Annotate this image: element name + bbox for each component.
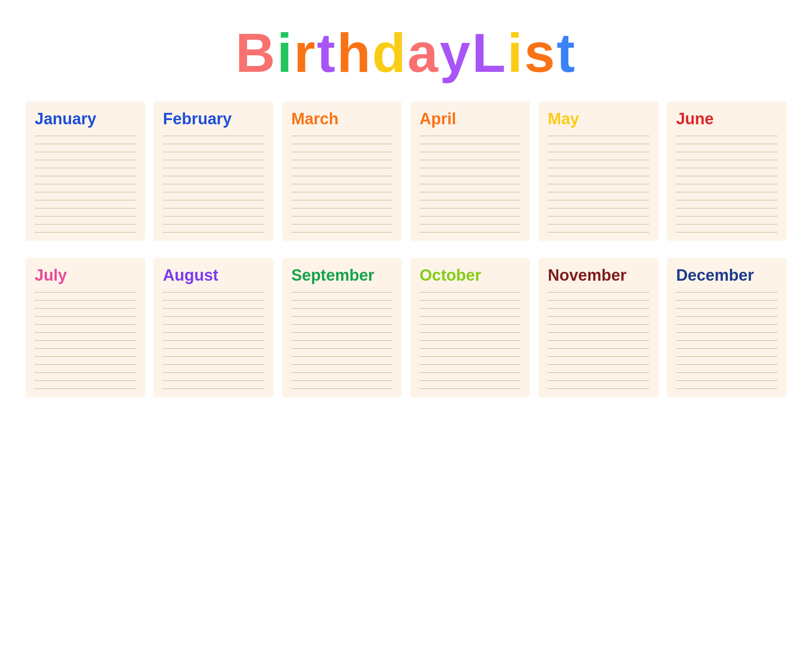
line <box>676 176 777 176</box>
line <box>163 364 264 365</box>
line <box>420 348 521 349</box>
line <box>548 388 649 389</box>
line <box>676 348 777 349</box>
month-name: August <box>163 266 264 284</box>
line <box>291 152 392 152</box>
line <box>35 152 136 152</box>
line <box>35 168 136 168</box>
line <box>420 144 521 144</box>
line <box>420 200 521 200</box>
line <box>163 160 264 160</box>
line <box>548 200 649 200</box>
month-card-january: January <box>25 101 145 241</box>
line <box>420 316 521 317</box>
line <box>548 168 649 168</box>
line <box>35 308 136 309</box>
line <box>291 372 392 373</box>
month-card-june: June <box>667 101 787 241</box>
line <box>35 192 136 192</box>
line <box>163 232 264 232</box>
line <box>291 184 392 184</box>
line <box>548 216 649 216</box>
line <box>420 160 521 160</box>
lines-container <box>163 292 264 389</box>
month-card-december: December <box>667 258 787 397</box>
line <box>420 224 521 224</box>
line <box>163 192 264 192</box>
line <box>291 176 392 176</box>
line <box>35 316 136 317</box>
line <box>35 176 136 176</box>
month-name: April <box>420 110 521 128</box>
line <box>420 300 521 301</box>
line <box>163 216 264 216</box>
line <box>163 176 264 176</box>
line <box>163 324 264 325</box>
line <box>291 200 392 200</box>
line <box>163 200 264 200</box>
line <box>35 160 136 160</box>
line <box>676 144 777 144</box>
line <box>420 332 521 333</box>
line <box>548 308 649 309</box>
line <box>548 356 649 357</box>
line <box>35 136 136 136</box>
line <box>548 208 649 208</box>
line <box>420 388 521 389</box>
month-card-february: February <box>154 101 273 241</box>
month-card-november: November <box>538 258 658 397</box>
line <box>676 184 777 184</box>
line <box>35 184 136 184</box>
line <box>291 348 392 349</box>
line <box>676 216 777 216</box>
month-name: October <box>420 266 521 284</box>
line <box>163 316 264 317</box>
line <box>548 160 649 160</box>
line <box>291 324 392 325</box>
line <box>35 348 136 349</box>
line <box>291 144 392 144</box>
month-name: January <box>35 110 136 128</box>
lines-container <box>676 292 777 389</box>
month-card-july: July <box>25 258 145 397</box>
line <box>420 192 521 192</box>
lines-container <box>291 292 392 389</box>
line <box>676 168 777 168</box>
line <box>163 184 264 184</box>
line <box>35 340 136 341</box>
line <box>676 300 777 301</box>
line <box>163 348 264 349</box>
line <box>420 136 521 136</box>
line <box>163 332 264 333</box>
line <box>35 300 136 301</box>
line <box>548 224 649 224</box>
line <box>676 316 777 317</box>
line <box>35 232 136 232</box>
line <box>548 348 649 349</box>
line <box>163 152 264 152</box>
line <box>35 216 136 216</box>
line <box>420 364 521 365</box>
line <box>291 308 392 309</box>
month-name: December <box>676 266 777 284</box>
line <box>676 136 777 136</box>
month-name: November <box>548 266 649 284</box>
line <box>420 216 521 216</box>
line <box>291 160 392 160</box>
line <box>35 224 136 224</box>
line <box>291 192 392 192</box>
line <box>163 388 264 389</box>
line <box>548 380 649 381</box>
line <box>291 224 392 224</box>
line <box>548 340 649 341</box>
line <box>676 160 777 160</box>
line <box>163 308 264 309</box>
month-name: September <box>291 266 392 284</box>
month-card-august: August <box>154 258 273 397</box>
line <box>420 324 521 325</box>
line <box>163 340 264 341</box>
line <box>548 144 649 144</box>
row-bottom: JulyAugustSeptemberOctoberNovemberDecemb… <box>25 258 787 397</box>
line <box>35 208 136 208</box>
lines-container <box>35 136 136 232</box>
